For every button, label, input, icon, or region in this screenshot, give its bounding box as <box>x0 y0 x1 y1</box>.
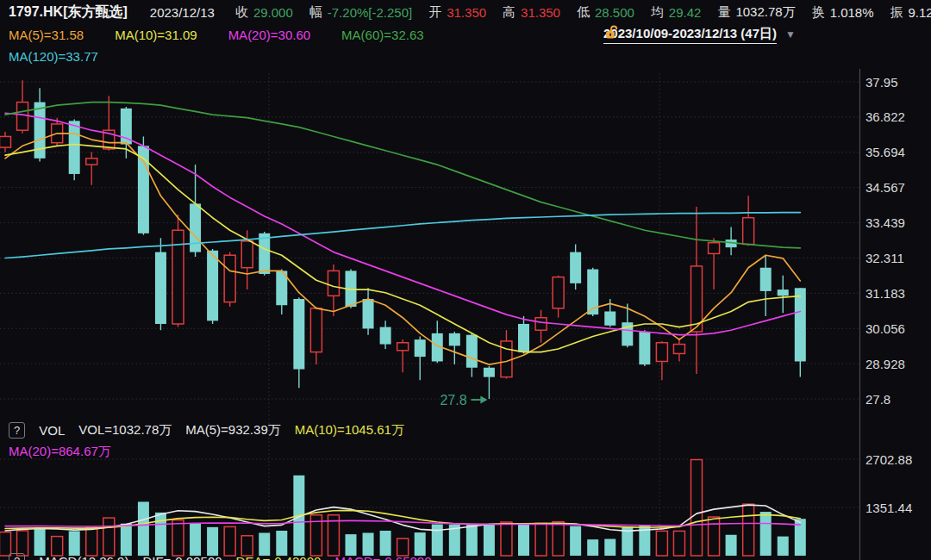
candle-body <box>69 121 80 174</box>
candle-body <box>673 345 684 354</box>
volume-bar <box>673 531 684 556</box>
ma120-line <box>5 213 800 258</box>
volume-bar <box>778 537 789 556</box>
volume-axis-label: 1351.44 <box>865 501 912 515</box>
vol-ma10-label: MA(10)=1045.61万 <box>295 422 404 439</box>
candle-body <box>259 233 270 274</box>
candle-body <box>310 308 322 352</box>
candle-body <box>639 332 650 364</box>
period-low-label: 27.8 <box>440 393 466 408</box>
candle-body <box>760 268 772 291</box>
candle-body <box>553 277 564 308</box>
macd-indicator-label[interactable]: MACD(12,26,9) <box>39 554 128 560</box>
volume-bar <box>103 518 115 556</box>
candle-body <box>121 109 132 145</box>
volume-bar <box>155 513 166 556</box>
price-axis-label: 36.822 <box>865 109 905 124</box>
volume-bar <box>691 460 703 556</box>
candle-body <box>241 241 253 268</box>
candle-body <box>86 159 97 165</box>
macd-dea-label: DEA=-0.42000 <box>236 554 322 560</box>
ma5-line <box>5 134 800 364</box>
volume-bar <box>190 524 201 556</box>
macd-dif-label: DIF=-0.09500 <box>142 554 222 560</box>
macd-pane-header: ? MACD(12,26,9) DIF=-0.09500 DEA=-0.4200… <box>9 552 446 560</box>
price-axis-label: 32.311 <box>865 251 904 265</box>
candle-body <box>656 343 667 362</box>
help-icon[interactable]: ? <box>9 553 25 560</box>
volume-bar <box>726 535 737 556</box>
price-axis-label: 34.567 <box>865 180 905 195</box>
volume-bar <box>587 539 598 556</box>
price-axis-label: 30.056 <box>865 321 905 336</box>
candle-body <box>535 318 547 331</box>
volume-bar <box>466 525 478 556</box>
volume-bar <box>743 504 754 556</box>
candle-body <box>224 255 235 302</box>
volume-bar <box>172 520 184 556</box>
candle-body <box>17 103 28 131</box>
candle-body <box>466 335 478 368</box>
volume-bar <box>760 512 772 556</box>
candle-body <box>293 299 304 370</box>
vol-indicator-label[interactable]: VOL <box>39 423 65 438</box>
volume-bar <box>121 524 132 556</box>
vol-ma20-label: MA(20)=864.67万 <box>9 444 111 460</box>
candle-body <box>328 271 339 296</box>
candle-body <box>397 343 409 351</box>
volume-bar <box>535 523 547 556</box>
volume-bar <box>484 525 495 556</box>
price-axis-label: 37.95 <box>865 75 898 90</box>
volume-axis-label: 2702.88 <box>865 452 912 467</box>
vol-ma5-label: MA(5)=932.39万 <box>185 422 280 439</box>
candle-body <box>501 341 512 377</box>
period-low-arrowhead <box>480 396 487 404</box>
volume-bar <box>570 526 581 556</box>
price-axis-label: 31.183 <box>865 286 905 301</box>
candle-body <box>0 136 11 147</box>
price-axis-label: 35.694 <box>865 145 905 159</box>
candle-body <box>155 252 166 324</box>
candle-body <box>484 368 495 377</box>
candle-body <box>207 251 218 321</box>
candlestick-chart-canvas[interactable]: 37.9536.82235.69434.56733.43932.31131.18… <box>0 0 931 560</box>
candle-body <box>415 339 426 357</box>
candle-body <box>709 243 720 254</box>
candle-body <box>570 252 581 283</box>
candle-body <box>795 288 806 361</box>
price-axis-label: 27.8 <box>865 392 890 407</box>
volume-bar <box>553 522 564 556</box>
candle-body <box>604 311 615 325</box>
volume-ma20-row: MA(20)=864.67万 <box>9 443 111 460</box>
help-icon[interactable]: ? <box>9 422 25 439</box>
volume-bar <box>604 539 615 556</box>
vol-value-label: VOL=1032.78万 <box>78 422 172 439</box>
candle-body <box>449 333 460 346</box>
volume-pane-header: ? VOL VOL=1032.78万 MA(5)=932.39万 MA(10)=… <box>9 421 418 439</box>
candle-body <box>363 299 374 328</box>
candle-body <box>778 289 789 296</box>
stock-chart-app: 1797.HK[东方甄选] 2023/12/13 收29.000 幅-7.20%… <box>0 0 931 560</box>
candle-body <box>380 327 391 345</box>
candle-body <box>743 218 754 245</box>
volume-bar <box>518 524 529 556</box>
volume-bar <box>709 517 720 556</box>
ma20-line <box>5 113 800 334</box>
macd-value-label: MACD=-0.65000 <box>334 554 431 560</box>
volume-bar <box>224 526 235 556</box>
volume-bar <box>501 522 512 556</box>
candle-body <box>518 324 529 352</box>
volume-bar <box>138 501 149 556</box>
price-axis-label: 28.928 <box>865 357 905 371</box>
volume-bar <box>656 531 667 556</box>
volume-bar <box>432 525 443 556</box>
candle-body <box>190 203 201 252</box>
price-axis-label: 33.439 <box>865 215 905 230</box>
